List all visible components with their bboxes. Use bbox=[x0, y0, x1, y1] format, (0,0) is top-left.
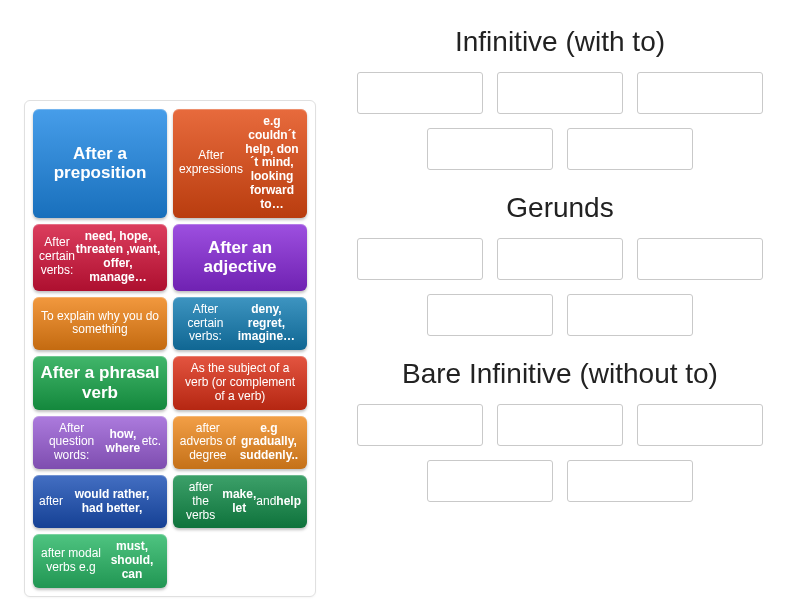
card-c11[interactable]: after would rather, had better, bbox=[33, 475, 167, 528]
card-c2[interactable]: After expressions e.g couldn´t help, don… bbox=[173, 109, 307, 218]
category-title: Gerunds bbox=[340, 192, 780, 224]
card-tray: After a prepositionAfter expressions e.g… bbox=[24, 100, 316, 597]
card-c6[interactable]: After certain verbs: deny, regret, imagi… bbox=[173, 297, 307, 350]
drop-slot[interactable] bbox=[567, 128, 693, 170]
category-title: Infinitive (with to) bbox=[340, 26, 780, 58]
category-slots bbox=[340, 238, 780, 336]
card-c10[interactable]: after adverbs of degree e.g gradually, s… bbox=[173, 416, 307, 469]
category-title: Bare Infinitive (without to) bbox=[340, 358, 780, 390]
card-c9[interactable]: After question words: how, where etc. bbox=[33, 416, 167, 469]
drop-slot[interactable] bbox=[637, 238, 763, 280]
categories-area: Infinitive (with to)GerundsBare Infiniti… bbox=[340, 26, 780, 524]
card-c12[interactable]: after the verbs make, let and help bbox=[173, 475, 307, 528]
drop-slot[interactable] bbox=[427, 294, 553, 336]
drop-slot[interactable] bbox=[497, 238, 623, 280]
card-c1[interactable]: After a preposition bbox=[33, 109, 167, 218]
drop-slot[interactable] bbox=[497, 404, 623, 446]
category-infinitive_to: Infinitive (with to) bbox=[340, 26, 780, 170]
drop-slot[interactable] bbox=[567, 460, 693, 502]
category-slots bbox=[340, 404, 780, 502]
drop-slot[interactable] bbox=[357, 404, 483, 446]
drop-slot[interactable] bbox=[427, 128, 553, 170]
card-c8[interactable]: As the subject of a verb (or complement … bbox=[173, 356, 307, 409]
drop-slot[interactable] bbox=[567, 294, 693, 336]
drop-slot[interactable] bbox=[357, 238, 483, 280]
category-bare_infinitive: Bare Infinitive (without to) bbox=[340, 358, 780, 502]
category-gerunds: Gerunds bbox=[340, 192, 780, 336]
drop-slot[interactable] bbox=[637, 404, 763, 446]
drop-slot[interactable] bbox=[357, 72, 483, 114]
card-tray-grid: After a prepositionAfter expressions e.g… bbox=[33, 109, 307, 588]
drop-slot[interactable] bbox=[497, 72, 623, 114]
card-c3[interactable]: After certain verbs: need, hope, threate… bbox=[33, 224, 167, 291]
drop-slot[interactable] bbox=[427, 460, 553, 502]
category-slots bbox=[340, 72, 780, 170]
card-c7[interactable]: After a phrasal verb bbox=[33, 356, 167, 409]
card-c4[interactable]: After an adjective bbox=[173, 224, 307, 291]
drop-slot[interactable] bbox=[637, 72, 763, 114]
card-c5[interactable]: To explain why you do something bbox=[33, 297, 167, 350]
card-c13[interactable]: after modal verbs e.g must, should, can bbox=[33, 534, 167, 587]
